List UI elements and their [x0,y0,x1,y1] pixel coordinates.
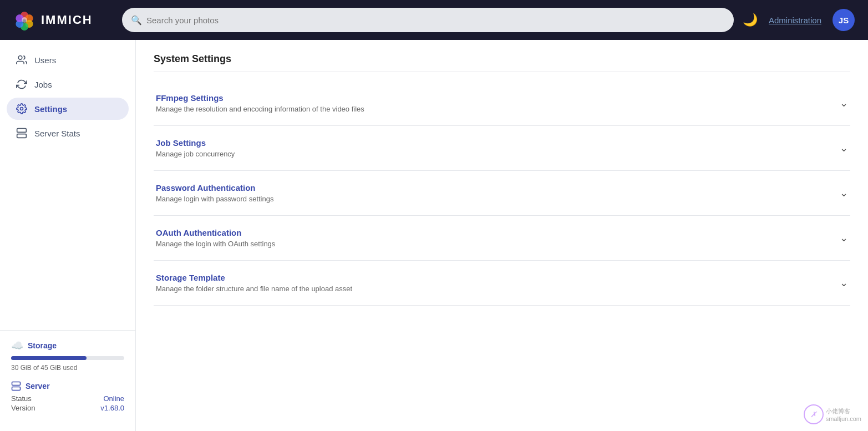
settings-item-job-title: Job Settings [156,138,235,148]
svg-point-8 [21,108,23,110]
main-content: System Settings FFmpeg Settings Manage t… [136,40,868,431]
svg-rect-9 [17,129,27,133]
cloud-icon: ☁️ [11,339,23,352]
settings-item-password-auth-desc: Manage login with password settings [156,195,273,203]
watermark-badge: ✗ [804,404,824,424]
settings-item-oauth[interactable]: OAuth Authentication Manage the login wi… [154,216,850,261]
sidebar-nav: Users Jobs [0,49,135,144]
chevron-down-icon: ⌄ [835,277,848,289]
settings-item-password-auth[interactable]: Password Authentication Manage login wit… [154,171,850,216]
logo-area: IMMICH [13,9,113,31]
search-bar[interactable]: 🔍 [122,8,734,32]
svg-rect-10 [17,134,27,138]
storage-title: ☁️ Storage [11,339,124,352]
storage-progress-fill [11,356,87,360]
server-label: Server [26,382,50,391]
settings-item-password-auth-text: Password Authentication Manage login wit… [156,183,273,203]
avatar[interactable]: JS [833,9,855,31]
settings-item-oauth-desc: Manage the login with OAuth settings [156,240,275,248]
settings-item-ffmpeg-text: FFmpeg Settings Manage the resolution an… [156,93,364,113]
server-title: Server [11,381,124,391]
logo-icon [13,9,35,31]
settings-item-password-auth-title: Password Authentication [156,183,273,192]
settings-item-job-desc: Manage job concurrency [156,150,235,158]
sidebar-item-jobs-label: Jobs [34,80,52,89]
moon-icon[interactable]: 🌙 [743,13,758,27]
server-icon [11,381,21,391]
watermark: ✗ 小佬博客smalljun.com [804,404,861,424]
server-status-key: Status [11,394,32,403]
watermark-text: 小佬博客smalljun.com [826,407,861,422]
server-status-value: Online [103,394,124,403]
svg-point-7 [18,56,22,60]
settings-item-storage-template[interactable]: Storage Template Manage the folder struc… [154,261,850,306]
server-status-row: Status Online [11,394,124,403]
page-title: System Settings [154,53,850,72]
search-icon: 🔍 [131,15,142,26]
sidebar-item-users-label: Users [34,55,56,65]
jobs-icon [16,79,28,90]
sidebar-bottom: ☁️ Storage 30 GiB of 45 GiB used Ser [0,330,135,422]
topbar: IMMICH 🔍 🌙 Administration JS [0,0,868,40]
settings-item-job-text: Job Settings Manage job concurrency [156,138,235,158]
storage-used-label: 30 GiB of 45 GiB used [11,364,77,372]
svg-rect-14 [12,387,21,391]
settings-item-storage-template-desc: Manage the folder structure and file nam… [156,285,352,293]
chevron-down-icon: ⌄ [835,187,848,199]
sidebar-item-settings-label: Settings [34,104,67,114]
settings-icon [16,103,28,114]
settings-list: FFmpeg Settings Manage the resolution an… [154,81,850,306]
storage-label: Storage [28,341,57,350]
sidebar-item-server-stats[interactable]: Server Stats [7,122,129,144]
sidebar-item-jobs[interactable]: Jobs [7,73,129,95]
server-version-row: Version v1.68.0 [11,404,124,412]
users-icon [16,54,28,65]
layout: Users Jobs [0,40,868,431]
settings-item-storage-template-text: Storage Template Manage the folder struc… [156,273,352,293]
settings-item-job[interactable]: Job Settings Manage job concurrency ⌄ [154,126,850,171]
svg-point-6 [22,17,27,23]
sidebar-item-settings[interactable]: Settings [7,98,129,120]
settings-item-ffmpeg-desc: Manage the resolution and encoding infor… [156,105,364,113]
server-stats-icon [16,128,28,139]
settings-item-ffmpeg[interactable]: FFmpeg Settings Manage the resolution an… [154,81,850,126]
chevron-down-icon: ⌄ [835,142,848,154]
chevron-down-icon: ⌄ [835,97,848,109]
server-section: Server Status Online Version v1.68.0 [11,381,124,412]
settings-item-oauth-text: OAuth Authentication Manage the login wi… [156,228,275,248]
search-input[interactable] [146,16,725,25]
server-version-value: v1.68.0 [100,404,124,412]
settings-item-storage-template-title: Storage Template [156,273,352,282]
settings-item-oauth-title: OAuth Authentication [156,228,275,237]
sidebar: Users Jobs [0,40,136,431]
storage-section: ☁️ Storage 30 GiB of 45 GiB used [11,339,124,372]
logo-text: IMMICH [41,13,93,27]
svg-rect-13 [12,382,21,386]
sidebar-item-server-stats-label: Server Stats [34,129,80,138]
settings-item-ffmpeg-title: FFmpeg Settings [156,93,364,103]
admin-link[interactable]: Administration [769,16,821,25]
server-version-key: Version [11,404,35,412]
sidebar-item-users[interactable]: Users [7,49,129,71]
storage-progress-bar [11,356,124,360]
topbar-right: 🌙 Administration JS [743,9,855,31]
chevron-down-icon: ⌄ [835,232,848,244]
